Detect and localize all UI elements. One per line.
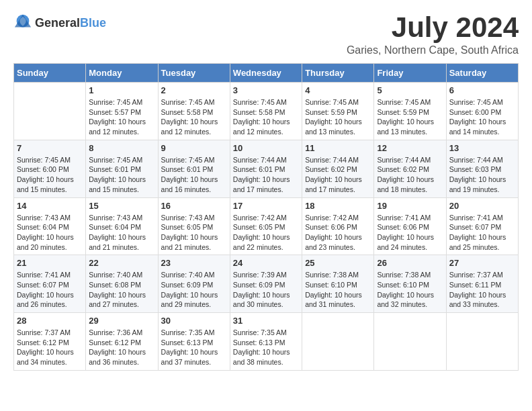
day-number: 20 [449, 201, 515, 211]
day-number: 23 [161, 258, 227, 268]
calendar-cell: 15Sunrise: 7:43 AMSunset: 6:04 PMDayligh… [86, 197, 158, 255]
weekday-header-sunday: Sunday [14, 64, 86, 83]
calendar-week-row: 7Sunrise: 7:45 AMSunset: 6:00 PMDaylight… [14, 140, 519, 197]
day-number: 18 [305, 201, 371, 211]
day-number: 13 [449, 143, 515, 153]
calendar-cell: 21Sunrise: 7:41 AMSunset: 6:07 PMDayligh… [14, 255, 86, 313]
calendar-cell: 18Sunrise: 7:42 AMSunset: 6:06 PMDayligh… [302, 197, 374, 255]
logo-icon [13, 13, 32, 32]
day-number: 9 [161, 143, 227, 153]
calendar-cell: 22Sunrise: 7:40 AMSunset: 6:08 PMDayligh… [86, 255, 158, 313]
day-number: 29 [89, 316, 154, 326]
day-number: 31 [233, 316, 299, 326]
day-number: 2 [161, 85, 227, 95]
day-info: Sunrise: 7:37 AMSunset: 6:11 PMDaylight:… [449, 270, 515, 310]
calendar-cell: 1Sunrise: 7:45 AMSunset: 5:57 PMDaylight… [86, 83, 158, 140]
day-info: Sunrise: 7:42 AMSunset: 6:06 PMDaylight:… [305, 213, 371, 253]
calendar-week-row: 21Sunrise: 7:41 AMSunset: 6:07 PMDayligh… [14, 255, 519, 313]
day-info: Sunrise: 7:42 AMSunset: 6:05 PMDaylight:… [233, 213, 299, 253]
day-number: 17 [233, 201, 299, 211]
title-area: July 2024 Garies, Northern Cape, South A… [347, 13, 519, 56]
logo-blue: Blue [80, 16, 106, 30]
day-info: Sunrise: 7:45 AMSunset: 6:01 PMDaylight:… [89, 155, 154, 195]
calendar-cell [302, 313, 374, 371]
calendar-cell: 14Sunrise: 7:43 AMSunset: 6:04 PMDayligh… [14, 197, 86, 255]
weekday-header-friday: Friday [374, 64, 446, 83]
day-number: 3 [233, 85, 299, 95]
calendar-cell: 28Sunrise: 7:37 AMSunset: 6:12 PMDayligh… [14, 313, 86, 371]
day-info: Sunrise: 7:45 AMSunset: 6:00 PMDaylight:… [449, 97, 515, 137]
weekday-header-monday: Monday [86, 64, 158, 83]
day-info: Sunrise: 7:44 AMSunset: 6:01 PMDaylight:… [233, 155, 299, 195]
calendar-table: SundayMondayTuesdayWednesdayThursdayFrid… [13, 63, 519, 371]
weekday-header-thursday: Thursday [302, 64, 374, 83]
location-subtitle: Garies, Northern Cape, South Africa [347, 44, 519, 56]
day-info: Sunrise: 7:45 AMSunset: 6:00 PMDaylight:… [17, 155, 83, 195]
calendar-cell: 26Sunrise: 7:38 AMSunset: 6:10 PMDayligh… [374, 255, 446, 313]
day-info: Sunrise: 7:44 AMSunset: 6:02 PMDaylight:… [377, 155, 443, 195]
calendar-cell: 13Sunrise: 7:44 AMSunset: 6:03 PMDayligh… [446, 140, 518, 197]
calendar-cell: 16Sunrise: 7:43 AMSunset: 6:05 PMDayligh… [158, 197, 230, 255]
calendar-cell: 31Sunrise: 7:35 AMSunset: 6:13 PMDayligh… [230, 313, 302, 371]
day-number: 11 [305, 143, 371, 153]
calendar-cell: 10Sunrise: 7:44 AMSunset: 6:01 PMDayligh… [230, 140, 302, 197]
calendar-cell [14, 83, 86, 140]
day-info: Sunrise: 7:41 AMSunset: 6:07 PMDaylight:… [17, 270, 83, 310]
day-info: Sunrise: 7:45 AMSunset: 5:59 PMDaylight:… [377, 97, 443, 137]
day-info: Sunrise: 7:37 AMSunset: 6:12 PMDaylight:… [17, 328, 83, 367]
calendar-cell: 5Sunrise: 7:45 AMSunset: 5:59 PMDaylight… [374, 83, 446, 140]
day-number: 10 [233, 143, 299, 153]
calendar-cell: 12Sunrise: 7:44 AMSunset: 6:02 PMDayligh… [374, 140, 446, 197]
weekday-header-wednesday: Wednesday [230, 64, 302, 83]
weekday-header-tuesday: Tuesday [158, 64, 230, 83]
logo-general: General [35, 16, 80, 30]
day-number: 28 [17, 316, 83, 326]
calendar-week-row: 14Sunrise: 7:43 AMSunset: 6:04 PMDayligh… [14, 197, 519, 255]
day-info: Sunrise: 7:39 AMSunset: 6:09 PMDaylight:… [233, 270, 299, 310]
calendar-cell: 27Sunrise: 7:37 AMSunset: 6:11 PMDayligh… [446, 255, 518, 313]
calendar-cell: 11Sunrise: 7:44 AMSunset: 6:02 PMDayligh… [302, 140, 374, 197]
calendar-cell: 24Sunrise: 7:39 AMSunset: 6:09 PMDayligh… [230, 255, 302, 313]
calendar-cell: 23Sunrise: 7:40 AMSunset: 6:09 PMDayligh… [158, 255, 230, 313]
day-info: Sunrise: 7:41 AMSunset: 6:06 PMDaylight:… [377, 213, 443, 253]
calendar-cell: 6Sunrise: 7:45 AMSunset: 6:00 PMDaylight… [446, 83, 518, 140]
day-number: 24 [233, 258, 299, 268]
day-number: 21 [17, 258, 83, 268]
logo: GeneralBlue [13, 13, 106, 32]
calendar-cell [446, 313, 518, 371]
day-number: 26 [377, 258, 443, 268]
day-number: 6 [449, 85, 515, 95]
day-info: Sunrise: 7:45 AMSunset: 5:58 PMDaylight:… [161, 97, 227, 137]
day-number: 30 [161, 316, 227, 326]
day-info: Sunrise: 7:43 AMSunset: 6:04 PMDaylight:… [17, 213, 83, 253]
calendar-cell [374, 313, 446, 371]
day-info: Sunrise: 7:38 AMSunset: 6:10 PMDaylight:… [377, 270, 443, 310]
calendar-cell: 2Sunrise: 7:45 AMSunset: 5:58 PMDaylight… [158, 83, 230, 140]
day-info: Sunrise: 7:41 AMSunset: 6:07 PMDaylight:… [449, 213, 515, 253]
day-number: 19 [377, 201, 443, 211]
day-number: 27 [449, 258, 515, 268]
day-number: 12 [377, 143, 443, 153]
day-info: Sunrise: 7:43 AMSunset: 6:05 PMDaylight:… [161, 213, 227, 253]
day-info: Sunrise: 7:40 AMSunset: 6:08 PMDaylight:… [89, 270, 154, 310]
calendar-cell: 8Sunrise: 7:45 AMSunset: 6:01 PMDaylight… [86, 140, 158, 197]
calendar-week-row: 28Sunrise: 7:37 AMSunset: 6:12 PMDayligh… [14, 313, 519, 371]
day-number: 7 [17, 143, 83, 153]
calendar-cell: 7Sunrise: 7:45 AMSunset: 6:00 PMDaylight… [14, 140, 86, 197]
page-header: GeneralBlue July 2024 Garies, Northern C… [13, 13, 519, 56]
day-info: Sunrise: 7:45 AMSunset: 5:57 PMDaylight:… [89, 97, 154, 137]
day-info: Sunrise: 7:38 AMSunset: 6:10 PMDaylight:… [305, 270, 371, 310]
day-info: Sunrise: 7:35 AMSunset: 6:13 PMDaylight:… [233, 328, 299, 367]
calendar-cell: 3Sunrise: 7:45 AMSunset: 5:58 PMDaylight… [230, 83, 302, 140]
month-year-title: July 2024 [347, 13, 519, 42]
weekday-header-row: SundayMondayTuesdayWednesdayThursdayFrid… [14, 64, 519, 83]
day-number: 16 [161, 201, 227, 211]
calendar-cell: 9Sunrise: 7:45 AMSunset: 6:01 PMDaylight… [158, 140, 230, 197]
day-info: Sunrise: 7:45 AMSunset: 5:59 PMDaylight:… [305, 97, 371, 137]
calendar-cell: 30Sunrise: 7:35 AMSunset: 6:13 PMDayligh… [158, 313, 230, 371]
day-number: 14 [17, 201, 83, 211]
day-info: Sunrise: 7:45 AMSunset: 6:01 PMDaylight:… [161, 155, 227, 195]
day-info: Sunrise: 7:40 AMSunset: 6:09 PMDaylight:… [161, 270, 227, 310]
calendar-cell: 4Sunrise: 7:45 AMSunset: 5:59 PMDaylight… [302, 83, 374, 140]
logo-text: GeneralBlue [35, 16, 106, 30]
